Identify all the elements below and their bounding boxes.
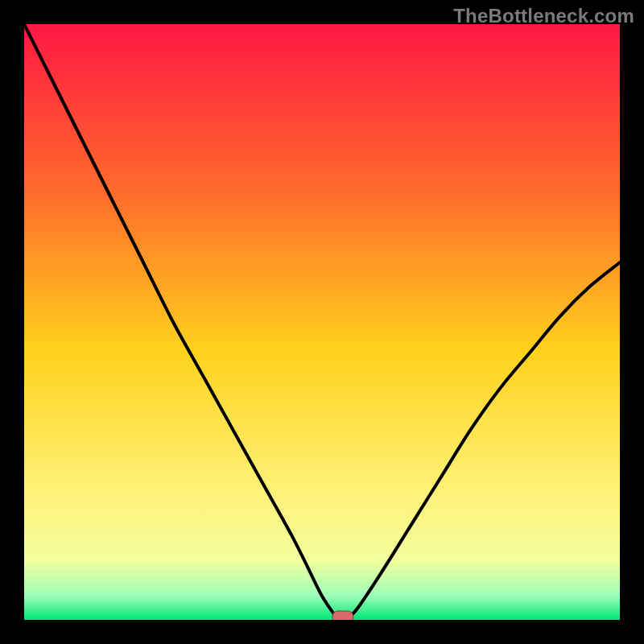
- watermark-label: TheBottleneck.com: [453, 5, 634, 27]
- chart-frame: TheBottleneck.com: [0, 0, 644, 644]
- optimal-marker: [332, 611, 353, 620]
- gradient-background: [24, 24, 620, 620]
- plot-area: [24, 24, 620, 620]
- bottleneck-plot: [24, 24, 620, 620]
